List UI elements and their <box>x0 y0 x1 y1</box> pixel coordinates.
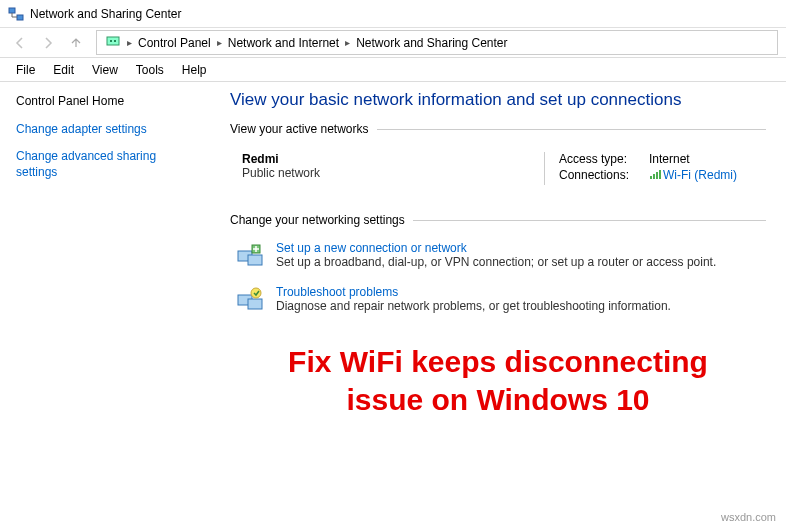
svg-rect-8 <box>659 170 661 179</box>
svg-rect-13 <box>248 299 262 309</box>
network-type: Public network <box>242 166 544 180</box>
change-settings-section: Change your networking settings Set up a… <box>230 213 766 323</box>
menu-tools[interactable]: Tools <box>128 61 172 79</box>
titlebar: Network and Sharing Center <box>0 0 786 28</box>
svg-rect-10 <box>248 255 262 265</box>
svg-rect-7 <box>656 172 658 179</box>
svg-rect-1 <box>17 15 23 20</box>
network-sharing-icon <box>8 6 24 22</box>
svg-rect-5 <box>650 176 652 179</box>
caption-banner: Fix WiFi keeps disconnecting issue on Wi… <box>230 343 766 418</box>
breadcrumb[interactable]: ▸ Control Panel ▸ Network and Internet ▸… <box>96 30 778 55</box>
addressbar: ▸ Control Panel ▸ Network and Internet ▸… <box>0 28 786 58</box>
sidebar-change-advanced-sharing[interactable]: Change advanced sharing settings <box>16 149 194 180</box>
back-button[interactable] <box>8 31 32 55</box>
control-panel-icon <box>103 33 123 52</box>
network-row: Redmi Public network Access type: Intern… <box>230 144 766 193</box>
sidebar-home[interactable]: Control Panel Home <box>16 94 194 110</box>
svg-point-14 <box>251 288 261 298</box>
wifi-signal-icon <box>649 168 663 183</box>
connection-link[interactable]: Wi-Fi (Redmi) <box>663 168 737 183</box>
window-title: Network and Sharing Center <box>30 7 181 21</box>
page-title: View your basic network information and … <box>230 90 766 110</box>
up-button[interactable] <box>64 31 88 55</box>
change-settings-legend: Change your networking settings <box>230 213 413 227</box>
chevron-right-icon: ▸ <box>343 37 352 48</box>
breadcrumb-control-panel[interactable]: Control Panel <box>136 36 213 50</box>
active-networks-section: View your active networks Redmi Public n… <box>230 122 766 193</box>
breadcrumb-network-sharing-center[interactable]: Network and Sharing Center <box>354 36 509 50</box>
svg-rect-6 <box>653 174 655 179</box>
network-name: Redmi <box>242 152 544 166</box>
access-type-label: Access type: <box>559 152 649 166</box>
content-pane: View your basic network information and … <box>210 82 786 529</box>
svg-point-3 <box>110 40 112 42</box>
sidebar-change-adapter[interactable]: Change adapter settings <box>16 122 194 138</box>
active-networks-legend: View your active networks <box>230 122 377 136</box>
setup-connection-link[interactable]: Set up a new connection or network <box>276 241 716 255</box>
setup-connection-icon <box>234 241 266 273</box>
menu-view[interactable]: View <box>84 61 126 79</box>
connections-label: Connections: <box>559 168 649 183</box>
watermark: wsxdn.com <box>721 511 776 523</box>
troubleshoot-row: Troubleshoot problems Diagnose and repai… <box>230 279 766 323</box>
troubleshoot-icon <box>234 285 266 317</box>
svg-rect-0 <box>9 8 15 13</box>
main-area: Control Panel Home Change adapter settin… <box>0 82 786 529</box>
chevron-right-icon: ▸ <box>125 37 134 48</box>
access-type-value: Internet <box>649 152 690 166</box>
svg-rect-2 <box>107 37 119 45</box>
banner-line1: Fix WiFi keeps disconnecting <box>230 343 766 381</box>
menubar: File Edit View Tools Help <box>0 58 786 82</box>
forward-button[interactable] <box>36 31 60 55</box>
menu-help[interactable]: Help <box>174 61 215 79</box>
breadcrumb-network-internet[interactable]: Network and Internet <box>226 36 341 50</box>
troubleshoot-link[interactable]: Troubleshoot problems <box>276 285 671 299</box>
setup-connection-desc: Set up a broadband, dial-up, or VPN conn… <box>276 255 716 269</box>
menu-edit[interactable]: Edit <box>45 61 82 79</box>
sidebar: Control Panel Home Change adapter settin… <box>0 82 210 529</box>
chevron-right-icon: ▸ <box>215 37 224 48</box>
svg-point-4 <box>114 40 116 42</box>
menu-file[interactable]: File <box>8 61 43 79</box>
troubleshoot-desc: Diagnose and repair network problems, or… <box>276 299 671 313</box>
banner-line2: issue on Windows 10 <box>230 381 766 419</box>
setup-connection-row: Set up a new connection or network Set u… <box>230 235 766 279</box>
